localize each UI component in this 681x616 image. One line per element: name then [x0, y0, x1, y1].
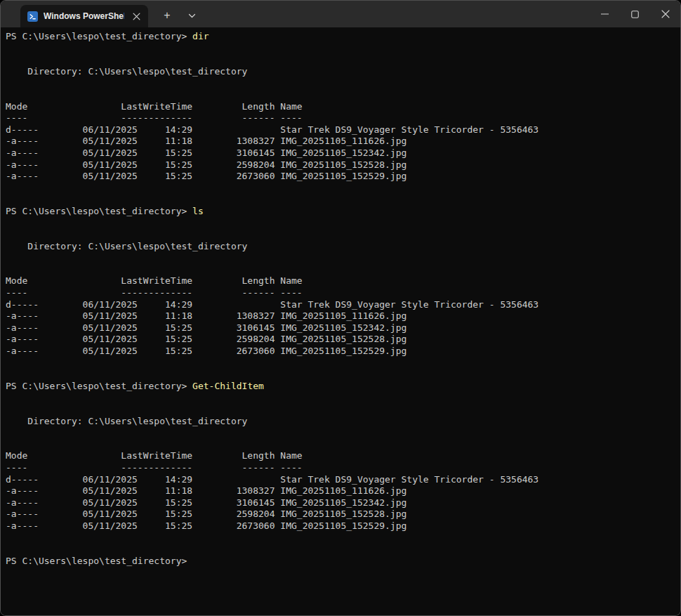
maximize-button[interactable]: [620, 1, 650, 27]
terminal-line: [6, 54, 680, 66]
output-text: d----- 06/11/2025 14:29 Star Trek DS9_Vo…: [6, 124, 538, 135]
terminal-line: ---- ------------- ------ ----: [6, 287, 680, 299]
terminal-line: [6, 264, 680, 276]
terminal-line: [6, 194, 680, 206]
terminal-line: -a---- 05/11/2025 15:25 2673060 IMG_2025…: [6, 171, 680, 183]
terminal-line: [6, 427, 680, 439]
terminal-line: d----- 06/11/2025 14:29 Star Trek DS9_Vo…: [6, 124, 680, 136]
terminal-line: Directory: C:\Users\lespo\test_directory: [6, 66, 680, 78]
terminal-line: Mode LastWriteTime Length Name: [6, 101, 680, 113]
terminal-line: [6, 532, 680, 544]
output-text: Directory: C:\Users\lespo\test_directory: [6, 241, 247, 251]
output-text: -a---- 05/11/2025 15:25 3106145 IMG_2025…: [6, 322, 406, 333]
terminal-line: [6, 392, 680, 404]
output-text: -a---- 05/11/2025 15:25 2673060 IMG_2025…: [6, 346, 406, 356]
terminal-line: d----- 06/11/2025 14:29 Star Trek DS9_Vo…: [6, 474, 680, 486]
minimize-icon: [601, 13, 609, 15]
terminal-line: ---- ------------- ------ ----: [6, 112, 680, 124]
terminal-line: -a---- 05/11/2025 15:25 3106145 IMG_2025…: [6, 322, 680, 334]
terminal-line: -a---- 05/11/2025 15:25 2598204 IMG_2025…: [6, 509, 680, 520]
tab-close-icon[interactable]: [130, 10, 143, 22]
command-text: ls: [192, 206, 204, 216]
terminal-line: Directory: C:\Users\lespo\test_directory: [6, 416, 680, 428]
output-text: -a---- 05/11/2025 11:18 1308327 IMG_2025…: [6, 485, 406, 496]
output-text: -a---- 05/11/2025 15:25 3106145 IMG_2025…: [6, 497, 406, 508]
terminal-line: PS C:\Users\lespo\test_directory> ls: [6, 206, 680, 218]
command-text: dir: [192, 31, 209, 41]
new-tab-button[interactable]: +: [155, 5, 179, 26]
output-text: PS C:\Users\lespo\test_directory>: [6, 556, 187, 566]
terminal-line: Mode LastWriteTime Length Name: [6, 275, 680, 287]
output-text: d----- 06/11/2025 14:29 Star Trek DS9_Vo…: [6, 299, 538, 310]
terminal-line: [6, 183, 680, 195]
output-text: Directory: C:\Users\lespo\test_directory: [6, 416, 247, 426]
terminal-line: [6, 229, 680, 241]
terminal-line: -a---- 05/11/2025 15:25 2673060 IMG_2025…: [6, 346, 680, 358]
maximize-icon: [631, 11, 639, 18]
terminal-line: [6, 218, 680, 230]
powershell-icon: [27, 11, 38, 22]
terminal-line: [6, 43, 680, 55]
close-icon: [661, 10, 670, 18]
output-text: Directory: C:\Users\lespo\test_directory: [6, 66, 247, 77]
terminal-line: -a---- 05/11/2025 11:18 1308327 IMG_2025…: [6, 485, 680, 497]
minimize-button[interactable]: [590, 1, 620, 27]
terminal-line: -a---- 05/11/2025 15:25 3106145 IMG_2025…: [6, 148, 680, 159]
terminal-line: [6, 439, 680, 451]
output-text: -a---- 05/11/2025 11:18 1308327 IMG_2025…: [6, 310, 406, 321]
command-text: Get-ChildItem: [192, 381, 264, 391]
tab-dropdown-button[interactable]: [182, 5, 201, 26]
terminal-line: [6, 369, 680, 381]
terminal-line: [6, 358, 680, 369]
output-text: -a---- 05/11/2025 11:18 1308327 IMG_2025…: [6, 136, 406, 146]
output-text: PS C:\Users\lespo\test_directory>: [6, 206, 192, 216]
terminal-line: -a---- 05/11/2025 15:25 2598204 IMG_2025…: [6, 159, 680, 171]
output-text: -a---- 05/11/2025 15:25 2673060 IMG_2025…: [6, 171, 406, 181]
output-text: -a---- 05/11/2025 15:25 2598204 IMG_2025…: [6, 509, 406, 519]
terminal-window: Windows PowerShell +: [0, 0, 681, 616]
terminal-line: PS C:\Users\lespo\test_directory> Get-Ch…: [6, 381, 680, 393]
terminal-line: ---- ------------- ------ ----: [6, 462, 680, 474]
titlebar-drag-area[interactable]: [201, 1, 590, 27]
output-text: PS C:\Users\lespo\test_directory>: [6, 31, 192, 41]
output-text: -a---- 05/11/2025 15:25 3106145 IMG_2025…: [6, 148, 406, 158]
output-text: -a---- 05/11/2025 15:25 2598204 IMG_2025…: [6, 334, 406, 344]
terminal-line: -a---- 05/11/2025 15:25 2598204 IMG_2025…: [6, 334, 680, 346]
terminal-line: d----- 06/11/2025 14:29 Star Trek DS9_Vo…: [6, 299, 680, 311]
terminal-line: Directory: C:\Users\lespo\test_directory: [6, 241, 680, 253]
terminal-line: PS C:\Users\lespo\test_directory>: [6, 556, 680, 568]
terminal-output: PS C:\Users\lespo\test_directory> dir Di…: [6, 31, 680, 567]
terminal-line: [6, 77, 680, 89]
terminal-line: [6, 544, 680, 556]
output-text: ---- ------------- ------ ----: [6, 287, 303, 298]
close-window-button[interactable]: [650, 1, 680, 27]
terminal-line: -a---- 05/11/2025 11:18 1308327 IMG_2025…: [6, 310, 680, 322]
terminal-line: Mode LastWriteTime Length Name: [6, 450, 680, 462]
terminal-line: -a---- 05/11/2025 15:25 2673060 IMG_2025…: [6, 520, 680, 532]
terminal-screen[interactable]: PS C:\Users\lespo\test_directory> dir Di…: [1, 27, 680, 615]
output-text: ---- ------------- ------ ----: [6, 462, 303, 473]
chevron-down-icon: [188, 13, 196, 18]
output-text: ---- ------------- ------ ----: [6, 112, 303, 123]
terminal-line: [6, 252, 680, 264]
terminal-line: [6, 89, 680, 101]
tab-title: Windows PowerShell: [44, 11, 124, 21]
titlebar[interactable]: Windows PowerShell +: [1, 1, 680, 27]
output-text: PS C:\Users\lespo\test_directory>: [6, 381, 192, 391]
output-text: Mode LastWriteTime Length Name: [6, 101, 303, 112]
output-text: Mode LastWriteTime Length Name: [6, 450, 303, 461]
output-text: -a---- 05/11/2025 15:25 2673060 IMG_2025…: [6, 520, 406, 531]
terminal-line: -a---- 05/11/2025 11:18 1308327 IMG_2025…: [6, 136, 680, 148]
terminal-line: [6, 404, 680, 416]
tab-windows-powershell[interactable]: Windows PowerShell: [20, 5, 148, 27]
terminal-line: -a---- 05/11/2025 15:25 3106145 IMG_2025…: [6, 497, 680, 509]
output-text: Mode LastWriteTime Length Name: [6, 275, 303, 286]
terminal-line: PS C:\Users\lespo\test_directory> dir: [6, 31, 680, 43]
output-text: -a---- 05/11/2025 15:25 2598204 IMG_2025…: [6, 159, 406, 170]
output-text: d----- 06/11/2025 14:29 Star Trek DS9_Vo…: [6, 474, 538, 485]
